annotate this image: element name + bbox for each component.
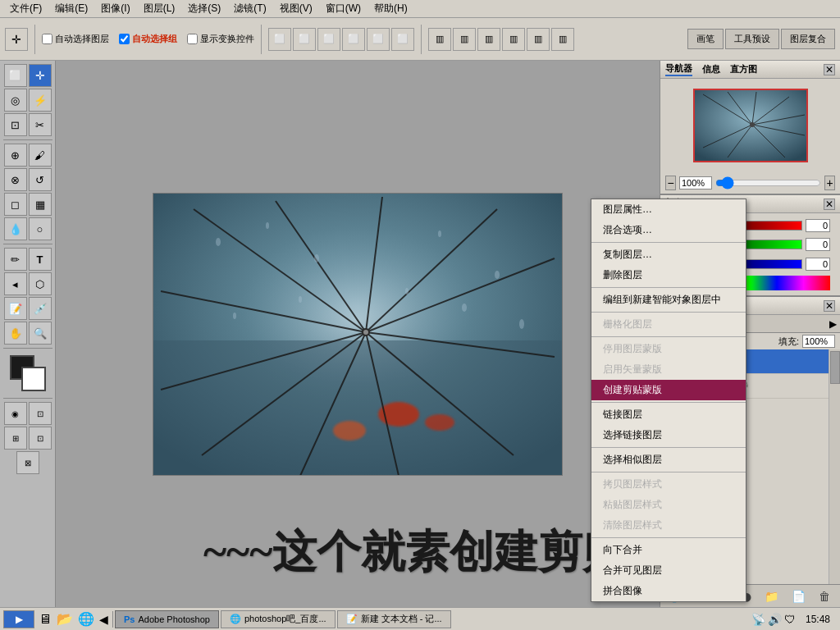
zoom-tool-btn[interactable]: 🔍 xyxy=(29,322,52,345)
dist-3-btn[interactable]: ▥ xyxy=(477,28,500,51)
new-group-btn[interactable]: 📁 xyxy=(765,590,778,603)
tab-tool-preset[interactable]: 工具预设 xyxy=(725,29,779,49)
menu-filter[interactable]: 滤镜(T) xyxy=(227,0,272,17)
ctx-layer-properties[interactable]: 图层属性… xyxy=(591,199,746,220)
auto-select-group-checkbox[interactable]: 自动选择组 xyxy=(119,33,177,45)
crop-tool-btn[interactable]: ⊡ xyxy=(4,113,27,136)
text-tool-btn[interactable]: T xyxy=(29,248,52,271)
menu-layer[interactable]: 图层(L) xyxy=(137,0,182,17)
zoom-out-btn[interactable]: − xyxy=(665,176,676,190)
ctx-link-layers[interactable]: 链接图层 xyxy=(591,404,746,425)
move-tool-btn-2[interactable]: ✛ xyxy=(29,64,52,87)
align-left-btn[interactable]: ⬜ xyxy=(268,28,291,51)
green-input[interactable]: 0 xyxy=(806,238,830,251)
dist-5-btn[interactable]: ▥ xyxy=(527,28,550,51)
tray-icon-4[interactable]: ◀ xyxy=(97,613,111,626)
blue-input[interactable]: 0 xyxy=(806,258,830,271)
pen-tool-btn[interactable]: ✏ xyxy=(4,248,27,271)
dist-v-btn[interactable]: ▥ xyxy=(453,28,476,51)
align-mid-btn[interactable]: ⬜ xyxy=(367,28,390,51)
quick-mask-btn[interactable]: ◉ xyxy=(4,402,27,425)
menu-image[interactable]: 图像(I) xyxy=(94,0,136,17)
selection-tool-btn[interactable]: ⬜ xyxy=(4,64,27,87)
layers-menu-btn[interactable]: ▶ xyxy=(829,318,837,330)
screen-mode-btn[interactable]: ⊞ xyxy=(4,427,27,450)
taskbar-browser[interactable]: 🌐 photoshop吧_百度... xyxy=(221,610,336,628)
ctx-rasterize[interactable]: 栅格化图层 xyxy=(591,314,746,335)
ctx-blending-options[interactable]: 混合选项… xyxy=(591,220,746,240)
tray-volume[interactable]: 🔊 xyxy=(768,613,782,626)
ctx-group-smart-object[interactable]: 编组到新建智能对象图层中 xyxy=(591,290,746,310)
ctx-paste-style[interactable]: 粘贴图层样式 xyxy=(591,495,746,515)
move-tool-btn[interactable]: ✛ xyxy=(5,28,28,51)
align-right-btn[interactable]: ⬜ xyxy=(317,28,340,51)
fill-input[interactable] xyxy=(802,335,835,348)
lasso-tool-btn[interactable]: ◎ xyxy=(4,89,27,112)
ctx-enable-vector-mask[interactable]: 启用矢量蒙版 xyxy=(591,359,746,380)
navigator-tab[interactable]: 导航器 xyxy=(665,62,692,76)
path-select-btn[interactable]: ◂ xyxy=(4,272,27,295)
layers-panel-close-btn[interactable]: ✕ xyxy=(824,300,835,312)
menu-help[interactable]: 帮助(H) xyxy=(368,0,414,17)
dodge-tool-btn[interactable]: ○ xyxy=(29,217,52,240)
start-btn[interactable]: ▶ xyxy=(3,610,34,628)
ctx-disable-mask[interactable]: 停用图层蒙版 xyxy=(591,339,746,359)
eyedropper-btn[interactable]: 💉 xyxy=(29,297,52,320)
layers-scrollbar-thumb[interactable] xyxy=(830,351,840,384)
zoom-slider[interactable] xyxy=(715,180,821,186)
tray-icon-3[interactable]: 🌐 xyxy=(75,611,97,627)
hand-tool-btn[interactable]: ✋ xyxy=(4,322,27,345)
clone-stamp-btn[interactable]: ⊗ xyxy=(4,168,27,191)
red-input[interactable]: 0 xyxy=(806,219,830,232)
dist-6-btn[interactable]: ▥ xyxy=(551,28,574,51)
eraser-tool-btn[interactable]: ◻ xyxy=(4,193,27,216)
tray-security[interactable]: 🛡 xyxy=(784,613,796,626)
ctx-flatten[interactable]: 拼合图像 xyxy=(591,581,746,601)
ctx-select-similar[interactable]: 选择相似图层 xyxy=(591,450,746,470)
magic-wand-btn[interactable]: ⚡ xyxy=(29,89,52,112)
menu-edit[interactable]: 编辑(E) xyxy=(48,0,94,17)
info-tab[interactable]: 信息 xyxy=(702,63,720,75)
menu-window[interactable]: 窗口(W) xyxy=(319,0,368,17)
shape-tool-btn[interactable]: ⬡ xyxy=(29,272,52,295)
notes-tool-btn[interactable]: 📝 xyxy=(4,297,27,320)
taskbar-photoshop[interactable]: Ps Adobe Photoshop xyxy=(115,610,219,628)
dist-4-btn[interactable]: ▥ xyxy=(502,28,525,51)
navigator-close-btn[interactable]: ✕ xyxy=(824,64,835,75)
tab-layer-comp[interactable]: 图层复合 xyxy=(781,29,835,49)
slice-tool-btn[interactable]: ✂ xyxy=(29,113,52,136)
align-bottom-btn[interactable]: ⬜ xyxy=(391,28,414,51)
tray-icon-1[interactable]: 🖥 xyxy=(36,612,54,627)
ctx-clear-style[interactable]: 清除图层样式 xyxy=(591,515,746,536)
ctx-merge-visible[interactable]: 合并可见图层 xyxy=(591,560,746,581)
tab-brush[interactable]: 画笔 xyxy=(687,29,724,49)
ctx-create-clipping-mask[interactable]: 创建剪贴蒙版 xyxy=(591,380,746,400)
zoom-input[interactable] xyxy=(679,176,712,189)
menu-select[interactable]: 选择(S) xyxy=(181,0,227,17)
gradient-tool-btn[interactable]: ▦ xyxy=(29,193,52,216)
tray-icon-2[interactable]: 📂 xyxy=(54,611,75,627)
dist-h-btn[interactable]: ▥ xyxy=(428,28,451,51)
align-center-btn[interactable]: ⬜ xyxy=(293,28,316,51)
auto-select-layer-checkbox[interactable]: 自动选择图层 xyxy=(42,33,109,45)
zoom-in-btn[interactable]: + xyxy=(824,176,835,190)
brush-tool-btn[interactable]: 🖌 xyxy=(29,144,52,167)
ctx-select-linked[interactable]: 选择链接图层 xyxy=(591,425,746,445)
histogram-tab[interactable]: 直方图 xyxy=(730,63,757,75)
blur-tool-btn[interactable]: 💧 xyxy=(4,217,27,240)
ctx-duplicate-layer[interactable]: 复制图层… xyxy=(591,244,746,265)
taskbar-notepad[interactable]: 📝 新建 文本文档 - 记... xyxy=(337,610,451,628)
fullscreen-btn[interactable]: ⊡ xyxy=(29,427,52,450)
menu-view[interactable]: 视图(V) xyxy=(273,0,319,17)
menu-file[interactable]: 文件(F) xyxy=(3,0,48,17)
tray-network[interactable]: 📡 xyxy=(751,613,765,626)
background-color[interactable] xyxy=(21,367,46,391)
healing-brush-btn[interactable]: ⊕ xyxy=(4,144,27,167)
show-transform-checkbox[interactable]: 显示变换控件 xyxy=(187,33,254,45)
history-brush-btn[interactable]: ↺ xyxy=(29,168,52,191)
new-layer-btn[interactable]: 📄 xyxy=(792,590,806,603)
ctx-delete-layer[interactable]: 删除图层 xyxy=(591,265,746,285)
standard-mode-btn[interactable]: ⊡ xyxy=(29,402,52,425)
imageready-btn[interactable]: ⊠ xyxy=(16,451,39,474)
ctx-copy-style[interactable]: 拷贝图层样式 xyxy=(591,474,746,495)
